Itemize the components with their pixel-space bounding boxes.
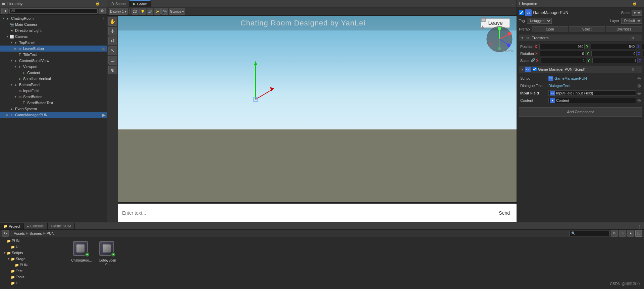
script-active-checkbox[interactable]: [533, 67, 537, 71]
tool-rect[interactable]: ▭: [108, 56, 117, 65]
pos-z-input[interactable]: [642, 44, 644, 49]
script-target-icon[interactable]: ◎: [637, 76, 641, 81]
scl-y-input[interactable]: [592, 58, 638, 63]
tab-console[interactable]: ▸ Console: [24, 223, 47, 229]
transform-more-icon[interactable]: ⋮: [636, 35, 640, 40]
pos-x-input[interactable]: [539, 44, 585, 49]
proj-tree-ui[interactable]: 📁 UI: [0, 244, 67, 250]
project-sync-btn[interactable]: ⟳: [611, 230, 618, 237]
scl-x-input[interactable]: [541, 58, 586, 63]
tree-item-bottom-panel[interactable]: ▼ ♦ BottomPanel: [0, 82, 107, 88]
toolbar-fx-btn[interactable]: ✨: [154, 8, 161, 15]
hierarchy-lock-icon[interactable]: 🔒: [95, 1, 100, 6]
scene-tab-more[interactable]: ⋮: [508, 2, 517, 7]
rot-x-input[interactable]: [540, 51, 585, 56]
tree-item-top-panel[interactable]: ▼ ♦ TopPanel: [0, 40, 107, 46]
layer-dropdown[interactable]: Default: [621, 18, 642, 24]
tab-project[interactable]: 📁 Project: [0, 223, 24, 229]
tool-hand[interactable]: ✋: [108, 17, 117, 26]
proj-tree-scripts[interactable]: ▼ 📁 Scripts: [0, 250, 67, 256]
object-active-checkbox[interactable]: [519, 10, 524, 15]
prefab-open-btn[interactable]: Open: [532, 26, 568, 32]
static-dropdown[interactable]: ▾: [632, 10, 642, 16]
tool-scale[interactable]: ⤡: [108, 46, 117, 55]
bottom-tab-more[interactable]: ⋮: [635, 224, 644, 229]
transform-section-header[interactable]: ▼ ⊕ Transform ⚙ ⋮: [519, 34, 642, 42]
tab-game[interactable]: ▶ Game: [129, 0, 151, 7]
tree-item-directional-light[interactable]: ☀ Directional Light: [0, 27, 107, 33]
tree-dots-leave-button[interactable]: ▶: [102, 46, 106, 51]
tool-rotate[interactable]: ↺: [108, 37, 117, 45]
proj-tree-ui-2[interactable]: 📁 UI: [0, 280, 67, 286]
project-star-btn[interactable]: ★: [627, 230, 634, 237]
tool-transform[interactable]: ⊕: [108, 66, 117, 74]
object-name[interactable]: GameManagerPUN: [533, 10, 620, 15]
file-chating-room[interactable]: + ChatingRoo...: [70, 240, 93, 267]
hierarchy-more-icon[interactable]: ⋮: [101, 1, 105, 6]
pos-y-input[interactable]: [591, 44, 636, 49]
tab-scene[interactable]: ⬡ Scene: [107, 0, 129, 7]
transform-settings-icon[interactable]: ⚙: [630, 35, 635, 40]
proj-tree-pun-1[interactable]: 📁 PUN: [0, 238, 67, 244]
content-target-icon[interactable]: ◎: [637, 98, 641, 103]
tree-item-title-text[interactable]: T TitleText: [0, 52, 107, 58]
tree-item-leave-button[interactable]: ▶ ▭ LeaveButton ▶: [0, 46, 107, 52]
rot-z-input[interactable]: [643, 51, 644, 56]
chat-text-input[interactable]: [118, 204, 492, 222]
tree-item-event-system[interactable]: ♦ EventSystem: [0, 106, 107, 112]
inspector-more-icon[interactable]: ⋮: [638, 1, 642, 6]
breadcrumb-scenes[interactable]: Scenes: [30, 231, 42, 235]
tree-item-input-field[interactable]: ▭ InputField: [0, 88, 107, 94]
tree-item-send-button-text[interactable]: T SendButtonText: [0, 100, 107, 106]
project-search-input[interactable]: [570, 231, 610, 236]
hierarchy-add-btn[interactable]: +▾: [1, 8, 8, 14]
toolbar-2d-btn[interactable]: 2D: [131, 8, 139, 15]
nav-arrow-up[interactable]: [481, 25, 485, 29]
project-add-btn[interactable]: +▾: [2, 230, 9, 237]
proj-tree-stage[interactable]: ▼ 📁 Stage: [0, 256, 67, 262]
dialogue-text-target-icon[interactable]: ◎: [637, 83, 641, 88]
tool-move[interactable]: ✛: [108, 27, 117, 35]
tree-item-viewport[interactable]: ▼ ♦ Viewport: [0, 64, 107, 70]
tree-item-scrollbar-vertical[interactable]: ♦ Scrollbar Vertical: [0, 76, 107, 82]
script-settings-icon[interactable]: ⚙: [630, 67, 635, 72]
hierarchy-filter-btn[interactable]: ⚙: [99, 8, 106, 14]
tree-item-canvas[interactable]: ▼ ⬜ Canvas: [0, 33, 107, 40]
breadcrumb-assets[interactable]: Assets: [14, 231, 25, 235]
rot-y-input[interactable]: [591, 51, 637, 56]
tree-dots-chating-room[interactable]: ⋮: [101, 16, 106, 21]
breadcrumb-pun[interactable]: PUN: [47, 231, 54, 235]
add-component-button[interactable]: Add Component: [519, 107, 642, 117]
tree-item-content-scroll-view[interactable]: ▼ ♦ ContentScrollView: [0, 58, 107, 64]
hierarchy-search-input[interactable]: [9, 8, 98, 14]
prefab-select-btn[interactable]: Select: [569, 26, 605, 32]
script-section-header[interactable]: ▼ C# Game Manager PUN (Script) ⚙ ⋮: [519, 66, 642, 73]
tree-item-game-manager-pun[interactable]: ▶ ✦ GameManagerPUN ▶: [0, 112, 107, 118]
tag-dropdown[interactable]: Untagged: [527, 18, 552, 24]
toolbar-gizmos-btn[interactable]: Gizmos ▾: [169, 8, 185, 15]
scene-maximize-icon[interactable]: [481, 17, 486, 22]
toolbar-audio-btn[interactable]: 🔊: [147, 8, 153, 15]
proj-label-pun-1: PUN: [12, 239, 19, 243]
script-more-icon[interactable]: ⋮: [636, 67, 640, 72]
input-field-target-icon[interactable]: ◎: [637, 91, 641, 95]
project-fav-btn[interactable]: ☆: [619, 230, 626, 237]
tree-dots-game-manager-pun[interactable]: ▶: [102, 112, 106, 118]
inspector-lock-icon[interactable]: 🔒: [632, 1, 637, 6]
proj-tree-test[interactable]: 📁 Test: [0, 268, 67, 274]
chat-send-button[interactable]: Send: [492, 204, 517, 222]
toolbar-display-btn[interactable]: Display 1 ▾: [109, 8, 128, 15]
toolbar-lighting-btn[interactable]: 💡: [139, 8, 146, 15]
tree-item-chating-room[interactable]: ▼ ♦ ChatingRoom ⋮: [0, 15, 107, 21]
tab-plastic[interactable]: Plastic SCM: [48, 223, 75, 229]
scale-lock-icon[interactable]: 🔗: [531, 58, 535, 63]
proj-tree-tools[interactable]: 📁 Tools: [0, 274, 67, 280]
file-lobby-scene[interactable]: + LobbyScene...: [96, 240, 119, 267]
tree-item-send-button[interactable]: ▼ ▭ SendButton: [0, 94, 107, 100]
tree-item-main-camera[interactable]: 📷 Main Camera: [0, 21, 107, 27]
tree-item-content[interactable]: ♦ Content: [0, 70, 107, 76]
toolbar-cam-btn[interactable]: 📷: [161, 8, 168, 15]
proj-tree-pun-2[interactable]: 📁 PUN: [0, 262, 67, 268]
rot-z-label: Z: [638, 52, 642, 56]
prefab-overrides-btn[interactable]: Overrides: [606, 26, 642, 32]
